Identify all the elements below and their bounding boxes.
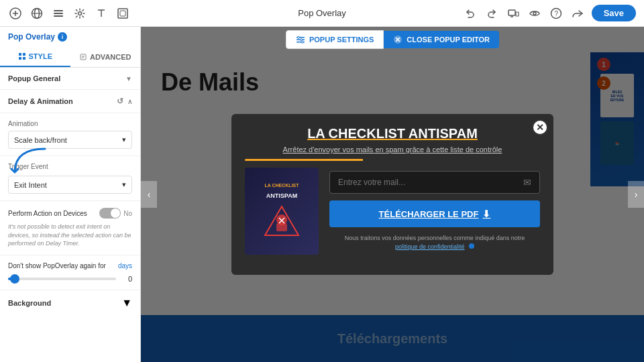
canvas-area: POPUP SETTINGS CLOSE POPUP EDITOR De Mai… — [141, 27, 644, 362]
trigger-event-select[interactable]: Exit Intent ▾ — [8, 176, 132, 194]
slider-track[interactable] — [8, 278, 116, 280]
animation-select[interactable]: Scale back/front ▾ — [8, 131, 132, 149]
svg-rect-13 — [120, 11, 125, 16]
svg-rect-12 — [118, 9, 127, 18]
book-cover-line2: ANTISPAM — [266, 192, 297, 199]
animation-chevron: ▾ — [122, 135, 126, 144]
delay-animation-chevron: ∧ — [127, 98, 132, 105]
animation-section: Animation Scale back/front ▾ — [0, 113, 140, 156]
devices-hint: It's not possible to detect exit intent … — [8, 223, 132, 248]
tab-bar: STYLE ADVANCED — [0, 47, 140, 68]
toggle-text: No — [123, 210, 132, 217]
close-popup-button[interactable]: CLOSE POPUP EDITOR — [384, 31, 499, 48]
gdpr-link[interactable]: politique de confidentialité — [395, 243, 465, 250]
svg-rect-22 — [19, 57, 21, 60]
globe-icon[interactable] — [30, 6, 44, 21]
close-editor-icon — [393, 35, 402, 44]
slider-value: 0 — [121, 275, 132, 283]
svg-rect-6 — [54, 10, 63, 11]
editor-bar: POPUP SETTINGS CLOSE POPUP EDITOR — [141, 27, 644, 52]
email-icon: ✉ — [523, 177, 531, 188]
gdpr-text: Nous traitons vos données personnelles c… — [329, 234, 540, 251]
svg-rect-8 — [54, 15, 63, 17]
menu-icon[interactable] — [51, 6, 66, 21]
toolbar-title: Pop Overlay — [298, 8, 346, 18]
book-cover-graphic — [262, 203, 302, 240]
svg-rect-23 — [23, 57, 25, 60]
nav-arrow-right[interactable]: › — [628, 181, 644, 208]
trigger-chevron: ▾ — [122, 180, 126, 189]
popup-form: Entrez votre mail... ✉ TÉLÉCHARGER LE PD… — [329, 171, 540, 251]
popup-header: LA CHECKLIST ANTISPAM Arrêtez d'envoyer … — [231, 114, 553, 159]
background-section-header[interactable]: Background ▼ — [0, 290, 140, 316]
svg-rect-24 — [80, 54, 86, 60]
download-label: TÉLÉCHARGER LE PDF — [379, 209, 479, 219]
advanced-icon — [79, 53, 87, 61]
style-icon — [18, 52, 26, 60]
popup-close-button[interactable]: ✕ — [532, 119, 548, 135]
devices-toggle[interactable]: No — [99, 208, 132, 219]
popup-general-label: Popup General — [8, 74, 60, 82]
tab-advanced-label: ADVANCED — [90, 53, 131, 61]
popup-general-section[interactable]: Popup General ▼ — [0, 68, 140, 90]
svg-rect-20 — [19, 53, 21, 56]
book-cover-line1: LA CHECKLIST — [264, 182, 299, 188]
toolbar-icons-left — [8, 6, 130, 21]
svg-point-32 — [301, 41, 303, 43]
animation-label: Animation — [8, 120, 132, 127]
dont-show-section: Don't show PopOverlay again for days 0 — [0, 255, 140, 290]
frame-icon[interactable] — [115, 6, 130, 21]
svg-rect-21 — [23, 53, 25, 56]
eye-icon[interactable] — [527, 6, 542, 21]
popup-general-chevron: ▼ — [125, 75, 132, 82]
trigger-label: Trigger Event — [8, 163, 132, 170]
undo-icon[interactable] — [463, 6, 478, 21]
devices-section: Perform Action on Devices No It's not po… — [0, 201, 140, 255]
left-panel: Pop Overlay i STYLE ADVANCED — [0, 27, 141, 362]
toolbar-icons-right: ? Save — [463, 5, 636, 21]
refresh-icon[interactable]: ↺ — [117, 97, 123, 106]
popup-settings-button[interactable]: POPUP SETTINGS — [286, 30, 384, 49]
close-popup-label: CLOSE POPUP EDITOR — [407, 36, 490, 44]
plus-circle-icon[interactable] — [8, 6, 23, 21]
redo-icon[interactable] — [484, 6, 499, 21]
settings-icon — [296, 35, 305, 44]
devices-icon[interactable] — [506, 6, 521, 21]
svg-rect-15 — [516, 12, 519, 16]
popup-overlay: ✕ LA CHECKLIST ANTISPAM Arrêtez d'envoye… — [141, 27, 644, 362]
antispam-graphic — [262, 203, 302, 240]
devices-label: Perform Action on Devices — [8, 210, 87, 217]
delay-animation-label: Delay & Animation — [8, 97, 73, 105]
dont-show-label: Don't show PopOverlay again for — [8, 262, 106, 269]
background-label: Background — [8, 299, 51, 307]
delay-animation-section[interactable]: Delay & Animation ↺ ∧ — [0, 90, 140, 113]
tab-style-label: STYLE — [29, 52, 52, 60]
svg-text:?: ? — [554, 10, 558, 17]
nav-arrow-left[interactable]: ‹ — [141, 181, 157, 208]
popup-settings-label: POPUP SETTINGS — [309, 36, 374, 44]
tab-style[interactable]: STYLE — [0, 47, 70, 67]
help-icon[interactable]: ? — [549, 6, 564, 21]
svg-point-9 — [78, 11, 82, 15]
main-layout: Pop Overlay i STYLE ADVANCED — [0, 27, 644, 362]
days-link[interactable]: days — [118, 262, 132, 269]
popup-title: LA CHECKLIST ANTISPAM — [245, 126, 540, 141]
email-placeholder: Entrez votre mail... — [338, 178, 523, 187]
text-icon[interactable] — [94, 6, 109, 21]
background-chevron: ▼ — [121, 297, 132, 309]
svg-rect-7 — [54, 13, 63, 14]
top-toolbar: Pop Overlay — [0, 0, 644, 27]
tab-advanced[interactable]: ADVANCED — [70, 47, 141, 67]
share-icon[interactable] — [570, 6, 585, 21]
svg-point-31 — [300, 39, 302, 41]
panel-header-label: Pop Overlay — [8, 32, 55, 42]
trigger-event-value: Exit Intent — [14, 181, 47, 189]
download-button[interactable]: TÉLÉCHARGER LE PDF ⬇ — [329, 200, 540, 227]
save-button[interactable]: Save — [592, 5, 636, 21]
svg-point-17 — [533, 12, 536, 15]
gear-icon[interactable] — [72, 6, 87, 21]
email-input-row[interactable]: Entrez votre mail... ✉ — [329, 171, 540, 194]
animation-value: Scale back/front — [14, 136, 67, 144]
info-dot: i — [58, 32, 67, 42]
trigger-section: Trigger Event Exit Intent ▾ — [0, 156, 140, 201]
